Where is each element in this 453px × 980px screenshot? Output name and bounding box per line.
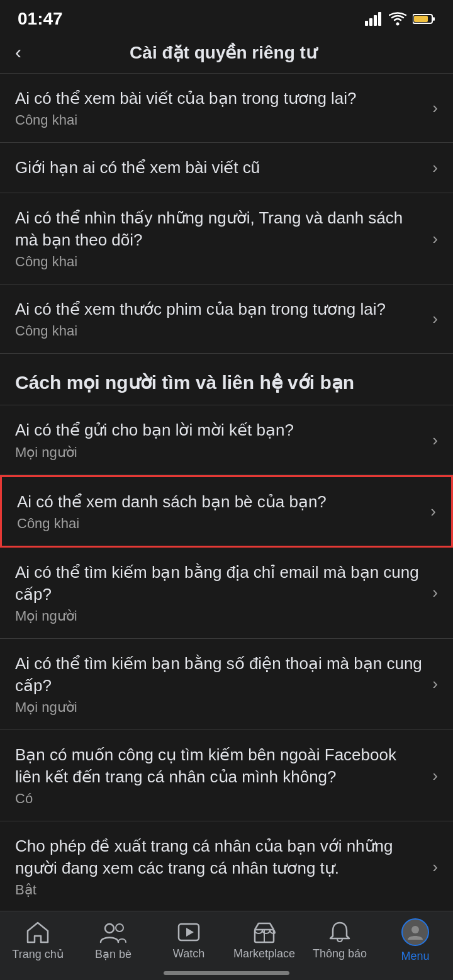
section-item-title-5: Bạn có muốn công cụ tìm kiếm bên ngoài F… bbox=[15, 744, 422, 788]
avatar bbox=[401, 918, 429, 946]
section-item-6[interactable]: Cho phép đề xuất trang cá nhân của bạn v… bbox=[0, 821, 453, 912]
status-bar: 01:47 bbox=[0, 0, 453, 34]
svg-marker-11 bbox=[186, 928, 194, 937]
item-subtitle-3: Công khai bbox=[15, 254, 422, 270]
back-button[interactable]: ‹ bbox=[15, 42, 21, 63]
marketplace-icon bbox=[252, 921, 276, 943]
svg-rect-2 bbox=[374, 15, 377, 26]
section-chevron-1: › bbox=[432, 431, 438, 450]
settings-item-1[interactable]: Ai có thể xem bài viết của bạn trong tươ… bbox=[0, 74, 453, 143]
chevron-icon-1: › bbox=[432, 98, 438, 118]
svg-point-4 bbox=[396, 23, 400, 26]
nav-item-friends[interactable]: Bạn bè bbox=[76, 921, 151, 961]
section-item-title-2: Ai có thể xem danh sách bạn bè của bạn? bbox=[17, 491, 420, 513]
section-item-subtitle-3: Mọi người bbox=[15, 608, 422, 624]
chevron-icon-2: › bbox=[432, 158, 438, 177]
svg-point-9 bbox=[116, 924, 123, 932]
section-item-content-5: Bạn có muốn công cụ tìm kiếm bên ngoài F… bbox=[15, 744, 422, 807]
nav-item-home[interactable]: Trang chủ bbox=[0, 921, 76, 961]
friends-icon bbox=[99, 921, 127, 943]
svg-rect-3 bbox=[378, 12, 381, 26]
home-icon bbox=[26, 921, 50, 943]
section-item-content-2: Ai có thể xem danh sách bạn bè của bạn? … bbox=[17, 491, 420, 532]
signal-icon bbox=[365, 12, 383, 26]
settings-item-4[interactable]: Ai có thể xem thước phim của bạn trong t… bbox=[0, 284, 453, 354]
nav-item-notifications[interactable]: Thông báo bbox=[302, 921, 378, 960]
svg-rect-7 bbox=[414, 16, 428, 22]
battery-icon bbox=[413, 13, 435, 25]
nav-label-notifications: Thông báo bbox=[313, 947, 367, 960]
section-chevron-5: › bbox=[432, 766, 438, 786]
section-item-content-3: Ai có thể tìm kiếm bạn bằng địa chỉ emai… bbox=[15, 561, 422, 624]
section-heading: Cách mọi người tìm và liên hệ với bạn bbox=[0, 354, 453, 405]
svg-rect-0 bbox=[365, 21, 368, 26]
svg-rect-1 bbox=[369, 18, 372, 26]
nav-label-menu: Menu bbox=[401, 950, 429, 963]
item-subtitle-1: Công khai bbox=[15, 112, 422, 128]
section-item-title-4: Ai có thể tìm kiếm bạn bằng số điện thoạ… bbox=[15, 653, 422, 697]
section-item-1[interactable]: Ai có thể gửi cho bạn lời mời kết bạn? M… bbox=[0, 405, 453, 475]
section-item-2[interactable]: Ai có thể xem danh sách bạn bè của bạn? … bbox=[0, 475, 453, 548]
svg-point-8 bbox=[105, 924, 114, 933]
section-item-title-6: Cho phép đề xuất trang cá nhân của bạn v… bbox=[15, 835, 422, 879]
section-item-subtitle-6: Bật bbox=[15, 882, 422, 898]
nav-item-watch[interactable]: Watch bbox=[151, 921, 226, 960]
section-item-subtitle-1: Mọi người bbox=[15, 444, 422, 461]
section-item-subtitle-2: Công khai bbox=[17, 515, 420, 532]
item-content-1: Ai có thể xem bài viết của bạn trong tươ… bbox=[15, 87, 422, 128]
item-subtitle-4: Công khai bbox=[15, 323, 422, 339]
section-chevron-3: › bbox=[432, 583, 438, 602]
section-item-subtitle-4: Mọi người bbox=[15, 699, 422, 716]
home-indicator bbox=[164, 971, 289, 975]
section-chevron-6: › bbox=[432, 857, 438, 877]
item-title-2: Giới hạn ai có thể xem bài viết cũ bbox=[15, 157, 422, 179]
page-title: Cài đặt quyền riêng tư bbox=[34, 42, 413, 63]
status-time: 01:47 bbox=[18, 9, 63, 29]
settings-item-3[interactable]: Ai có thể nhìn thấy những người, Trang v… bbox=[0, 193, 453, 284]
item-title-1: Ai có thể xem bài viết của bạn trong tươ… bbox=[15, 87, 422, 110]
bell-icon bbox=[329, 921, 350, 943]
section-chevron-2: › bbox=[430, 502, 436, 521]
item-title-4: Ai có thể xem thước phim của bạn trong t… bbox=[15, 298, 422, 320]
section-chevron-4: › bbox=[432, 674, 438, 694]
status-icons bbox=[365, 12, 435, 26]
page-header: ‹ Cài đặt quyền riêng tư bbox=[0, 34, 453, 74]
section-item-content-6: Cho phép đề xuất trang cá nhân của bạn v… bbox=[15, 835, 422, 898]
section-item-5[interactable]: Bạn có muốn công cụ tìm kiếm bên ngoài F… bbox=[0, 730, 453, 821]
section-item-3[interactable]: Ai có thể tìm kiếm bạn bằng địa chỉ emai… bbox=[0, 548, 453, 639]
settings-list: Ai có thể xem bài viết của bạn trong tươ… bbox=[0, 74, 453, 915]
item-content-4: Ai có thể xem thước phim của bạn trong t… bbox=[15, 298, 422, 339]
chevron-icon-3: › bbox=[432, 229, 438, 249]
nav-item-menu[interactable]: Menu bbox=[378, 918, 453, 963]
section-item-content-1: Ai có thể gửi cho bạn lời mời kết bạn? M… bbox=[15, 419, 422, 460]
svg-rect-6 bbox=[433, 17, 435, 21]
section-item-title-3: Ai có thể tìm kiếm bạn bằng địa chỉ emai… bbox=[15, 561, 422, 605]
nav-label-watch: Watch bbox=[173, 947, 204, 960]
chevron-icon-4: › bbox=[432, 309, 438, 329]
nav-item-marketplace[interactable]: Marketplace bbox=[226, 921, 302, 960]
watch-icon bbox=[177, 921, 201, 943]
nav-label-friends: Bạn bè bbox=[95, 947, 131, 961]
nav-label-home: Trang chủ bbox=[12, 947, 63, 961]
settings-item-2[interactable]: Giới hạn ai có thể xem bài viết cũ › bbox=[0, 143, 453, 193]
wifi-icon bbox=[389, 12, 406, 26]
section-item-4[interactable]: Ai có thể tìm kiếm bạn bằng số điện thoạ… bbox=[0, 639, 453, 730]
item-content-3: Ai có thể nhìn thấy những người, Trang v… bbox=[15, 207, 422, 270]
svg-point-14 bbox=[411, 926, 419, 933]
bottom-nav: Trang chủ Bạn bè Watch Marketplace bbox=[0, 911, 453, 980]
item-content-2: Giới hạn ai có thể xem bài viết cũ bbox=[15, 157, 422, 179]
item-title-3: Ai có thể nhìn thấy những người, Trang v… bbox=[15, 207, 422, 251]
section-item-content-4: Ai có thể tìm kiếm bạn bằng số điện thoạ… bbox=[15, 653, 422, 716]
section-item-title-1: Ai có thể gửi cho bạn lời mời kết bạn? bbox=[15, 419, 422, 441]
section-item-subtitle-5: Có bbox=[15, 791, 422, 807]
nav-label-marketplace: Marketplace bbox=[233, 947, 295, 960]
